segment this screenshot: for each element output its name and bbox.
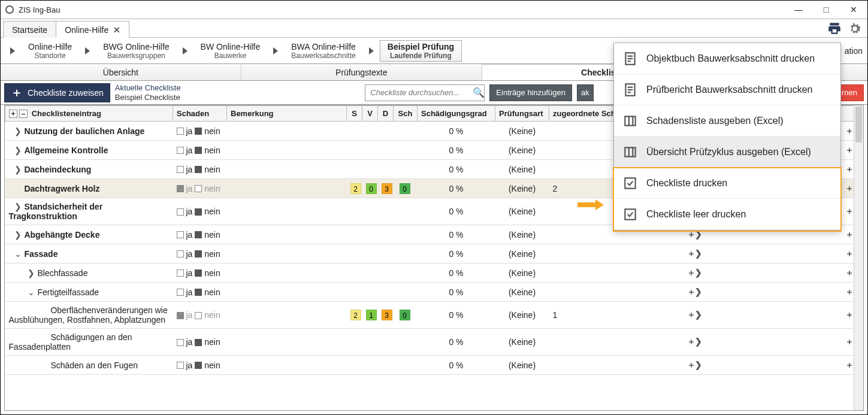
checkbox-ja[interactable] [177, 166, 184, 173]
chevron-right-icon [273, 47, 278, 54]
table-row[interactable]: ⌄ Fassadeja nein0 %(Keine)＋❯＋❯ [5, 244, 863, 263]
checkbox-ja[interactable] [177, 231, 184, 238]
table-row[interactable]: ❯ Blechfassadeja nein0 %(Keine)＋❯＋❯ [5, 263, 863, 283]
expand-toggle-icon[interactable]: ❯ [14, 146, 22, 155]
col-degree[interactable]: Schädigungsgrad [418, 106, 495, 122]
titlebar: ZIS Ing-Bau — □ ✕ [1, 1, 867, 19]
document-icon [622, 82, 638, 98]
entry-name: Abgehängte Decke [24, 230, 99, 240]
checkbox-ja[interactable] [177, 185, 184, 192]
search-input[interactable] [369, 87, 473, 98]
checkbox-nein[interactable] [195, 362, 202, 369]
col-s[interactable]: S [347, 106, 362, 122]
add-chevron-icon[interactable]: ＋❯ [687, 249, 701, 258]
expand-toggle-icon[interactable]: ⌄ [14, 249, 22, 259]
col-v[interactable]: V [362, 106, 378, 122]
checkbox-ja[interactable] [177, 269, 184, 277]
expand-toggle-icon[interactable]: ❯ [27, 268, 35, 278]
checkbox-nein[interactable] [195, 289, 202, 296]
checkbox-nein[interactable] [195, 339, 202, 346]
checkbox-ja[interactable] [177, 128, 184, 135]
checkbox-ja[interactable] [177, 250, 184, 258]
entry-name: Nutzung der baulichen Anlage [24, 126, 144, 136]
window-maximize-button[interactable]: □ [812, 1, 840, 19]
expand-toggle-icon[interactable]: ❯ [14, 165, 22, 174]
add-chevron-icon[interactable]: ＋❯ [687, 360, 701, 369]
checkbox-ja[interactable] [177, 208, 184, 216]
print-icon[interactable] [827, 21, 842, 37]
tab-online-hilfe[interactable]: Online-Hilfe ✕ [56, 21, 129, 38]
table-row[interactable]: ⌄ Fertigteilfassadeja nein0 %(Keine)＋❯＋❯ [5, 283, 863, 302]
tab-start[interactable]: Startseite [3, 21, 56, 38]
add-chevron-icon[interactable]: ＋❯ [687, 337, 701, 346]
crumb-4-active[interactable]: Beispiel PrüfungLaufende Prüfung [380, 40, 462, 62]
checkbox-nein[interactable] [195, 269, 202, 277]
table-row[interactable]: Schäden an den Fugenja nein0 %(Keine)＋❯＋… [5, 356, 863, 375]
vertical-scrollbar[interactable] [854, 105, 863, 410]
checkbox-nein[interactable] [195, 250, 202, 258]
crumb-2[interactable]: BW Online-HilfeBauwerke [193, 42, 268, 60]
expand-toggle-icon[interactable]: ❯ [14, 202, 22, 211]
add-chevron-icon[interactable]: ＋❯ [687, 287, 701, 296]
entry-name: Schädigungen an den Fassadenplatten [9, 332, 132, 352]
col-d[interactable]: D [378, 106, 394, 122]
rating-badge: 2 [350, 183, 361, 194]
col-damage[interactable]: Schaden [173, 106, 227, 122]
dd-checkliste-leer-drucken[interactable]: Checkliste leer drucken [614, 199, 840, 230]
expand-toggle-icon[interactable]: ⌄ [27, 287, 35, 297]
app-icon [5, 5, 14, 14]
expand-toggle-icon[interactable]: ❯ [14, 126, 22, 136]
checkbox-ja[interactable] [177, 339, 184, 346]
tabstrip: Startseite Online-Hilfe ✕ [1, 19, 867, 38]
col-entry[interactable]: +– Checklisteneintrag [5, 106, 173, 122]
window-minimize-button[interactable]: — [785, 1, 812, 19]
checkbox-ja[interactable] [177, 312, 184, 319]
subtab-pruefungstexte[interactable]: Prüfungstexte [241, 64, 482, 80]
crumb-3[interactable]: BWA Online-HilfeBauwerksabschnitte [284, 42, 363, 60]
gear-icon[interactable] [847, 21, 863, 37]
col-sch[interactable]: Sch [394, 106, 418, 122]
ak-button[interactable]: ak [577, 84, 594, 101]
crumb-0[interactable]: Online-HilfeStandorte [21, 42, 79, 60]
crumb-1[interactable]: BWG Online-HilfeBauwerksgruppen [96, 42, 176, 60]
checkbox-ja[interactable] [177, 289, 184, 296]
entry-name: Fertigteilfassade [37, 287, 99, 297]
checkbox-ja[interactable] [177, 147, 184, 154]
collapse-all-icon[interactable]: – [19, 110, 28, 118]
checkbox-nein[interactable] [195, 166, 202, 173]
rating-badge: 3 [382, 310, 392, 320]
svg-rect-8 [625, 116, 635, 125]
assign-checklist-button[interactable]: ＋ Checkliste zuweisen [4, 83, 110, 102]
checkbox-nein[interactable] [195, 128, 202, 135]
checkbox-nein[interactable] [195, 312, 202, 319]
chevron-right-icon [369, 47, 374, 54]
checkbox-nein[interactable] [195, 231, 202, 238]
dd-objektbuch[interactable]: Objektbuch Bauwerksabschnitt drucken [614, 43, 840, 74]
rating-badge: 2 [350, 310, 361, 320]
checkbox-nein[interactable] [195, 185, 202, 192]
add-entries-button[interactable]: Einträge hinzufügen [489, 84, 572, 101]
entry-name: Fassade [24, 249, 58, 259]
add-chevron-icon[interactable]: ＋❯ [687, 310, 701, 319]
dd-schadensliste[interactable]: Schadensliste ausgeben (Excel) [614, 105, 840, 137]
col-type[interactable]: Prüfungsart [495, 106, 549, 122]
dd-uebersicht-pruefzyklus[interactable]: Übersicht Prüfzyklus ausgeben (Excel) [614, 137, 840, 168]
subtab-uebersicht[interactable]: Übersicht [1, 64, 241, 80]
col-remark[interactable]: Bemerkung [227, 106, 347, 122]
dd-pruefbericht[interactable]: Prüfbericht Bauwerksabschnitt drucken [614, 74, 840, 105]
table-row[interactable]: Oberflächenveränderungen wie Ausblühunge… [5, 302, 863, 329]
search-icon[interactable]: 🔍 [473, 87, 485, 98]
dd-checkliste-drucken[interactable]: Checkliste drucken [614, 168, 840, 199]
checkbox-ja[interactable] [177, 362, 184, 369]
orange-arrow-icon [577, 199, 604, 210]
close-icon[interactable]: ✕ [113, 25, 120, 35]
rating-badge: 0 [366, 183, 377, 194]
expand-toggle-icon[interactable]: ❯ [14, 230, 22, 240]
expand-all-icon[interactable]: + [9, 110, 17, 118]
window-close-button[interactable]: ✕ [840, 1, 867, 19]
checkbox-nein[interactable] [195, 208, 202, 216]
add-chevron-icon[interactable]: ＋❯ [687, 268, 701, 277]
search-box[interactable]: 🔍 [365, 84, 485, 101]
checkbox-nein[interactable] [195, 147, 202, 154]
table-row[interactable]: Schädigungen an den Fassadenplattenja ne… [5, 329, 863, 356]
